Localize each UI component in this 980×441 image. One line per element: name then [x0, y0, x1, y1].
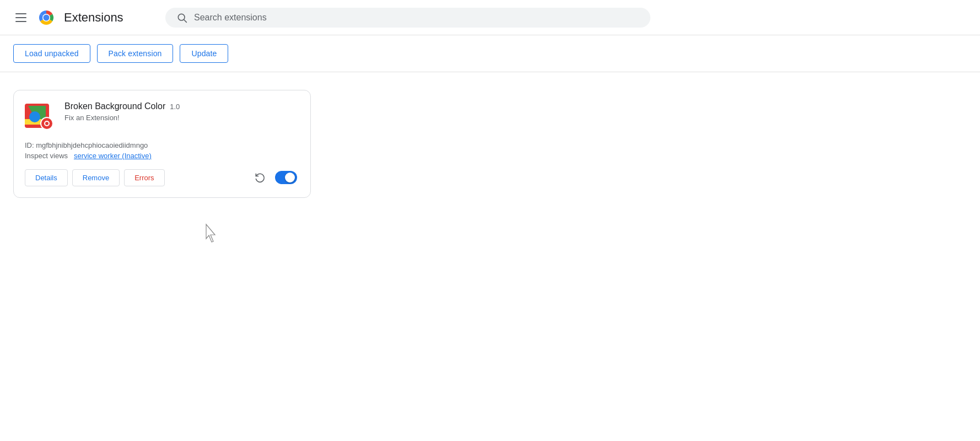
id-label: ID: [25, 141, 34, 149]
card-meta: ID: mgfbhjnibhjdehcphiocaoiediidmngo Ins… [25, 141, 297, 160]
card-top: Broken Background Color 1.0 Fix an Exten… [25, 101, 297, 132]
extension-version: 1.0 [170, 103, 180, 111]
search-icon [176, 12, 187, 23]
extension-toggle[interactable] [275, 171, 297, 184]
toggle-thumb [285, 173, 295, 182]
cursor [204, 223, 219, 243]
remove-button[interactable]: Remove [72, 169, 120, 186]
menu-icon[interactable] [13, 11, 29, 24]
extension-card: Broken Background Color 1.0 Fix an Exten… [13, 90, 311, 198]
load-unpacked-button[interactable]: Load unpacked [13, 44, 90, 63]
toolbar: Load unpacked Pack extension Update [0, 35, 980, 72]
extension-id: ID: mgfbhjnibhjdehcphiocaoiediidmngo [25, 141, 297, 149]
search-bar [165, 8, 650, 28]
search-input[interactable] [194, 13, 639, 23]
id-value: mgfbhjnibhjdehcphiocaoiediidmngo [36, 141, 148, 149]
inspect-views-row: Inspect views service worker (Inactive) [25, 152, 297, 160]
extension-icon-wrapper [25, 101, 56, 132]
chrome-logo [37, 9, 55, 26]
reload-icon [254, 172, 265, 183]
svg-point-8 [29, 111, 40, 122]
svg-point-2 [44, 14, 50, 20]
page-title: Extensions [64, 10, 123, 25]
details-button[interactable]: Details [25, 169, 68, 186]
svg-point-11 [45, 122, 49, 125]
errors-button[interactable]: Errors [124, 169, 164, 186]
search-bar-wrapper [165, 8, 650, 28]
header-left: Extensions [13, 9, 157, 26]
service-worker-link[interactable]: service worker (Inactive) [74, 152, 152, 160]
main-content: Broken Background Color 1.0 Fix an Exten… [0, 72, 980, 216]
extension-description: Fix an Extension! [64, 114, 297, 122]
card-actions: Details Remove Errors [25, 169, 297, 186]
inspect-label: Inspect views [25, 152, 68, 160]
ext-name-row: Broken Background Color 1.0 [64, 101, 297, 111]
header: Extensions [0, 0, 980, 35]
toggle-track [275, 171, 297, 184]
extension-icon [25, 101, 53, 130]
svg-line-4 [184, 19, 187, 22]
extension-name: Broken Background Color [64, 101, 165, 111]
update-button[interactable]: Update [180, 44, 228, 63]
card-info: Broken Background Color 1.0 Fix an Exten… [64, 101, 297, 122]
pack-extension-button[interactable]: Pack extension [97, 44, 174, 63]
reload-button[interactable] [251, 169, 268, 186]
svg-marker-12 [206, 224, 215, 242]
